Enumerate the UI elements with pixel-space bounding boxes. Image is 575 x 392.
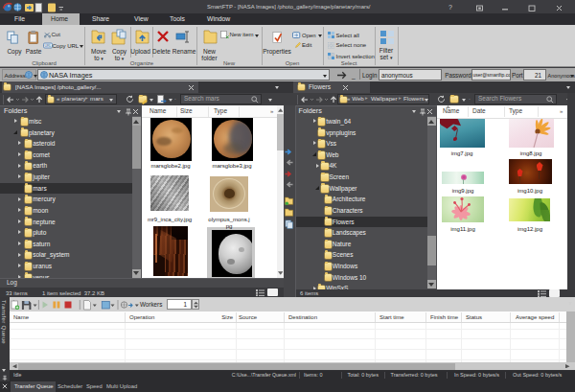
svg-text:URL: URL bbox=[44, 44, 51, 48]
